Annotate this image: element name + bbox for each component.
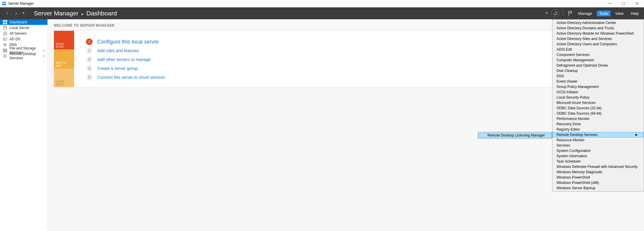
svg-rect-12 (5, 32, 7, 35)
history-dropdown[interactable] (21, 12, 25, 14)
tile-learn-more[interactable]: LEARN MORE (54, 68, 74, 87)
tools-menu-item[interactable]: iSCSI Initiator (552, 89, 644, 95)
menu-view[interactable]: View (613, 11, 626, 16)
tools-menu-item[interactable]: Disk Cleanup (552, 68, 644, 73)
chevron-right-icon: ▷ (43, 49, 46, 52)
tools-menu-item[interactable]: Defragment and Optimize Drives (552, 63, 644, 68)
link-add-servers[interactable]: Add other servers to manage (97, 57, 151, 62)
svg-rect-1 (2, 4, 6, 5)
app-icon (2, 1, 7, 6)
link-cloud-services[interactable]: Connect this server to cloud services (97, 75, 165, 80)
command-bar: Server Manager ▸ Dashboard Manage Tools … (0, 7, 644, 19)
tools-menu-item[interactable]: Windows Memory Diagnostic (552, 169, 644, 175)
dashboard-icon (3, 20, 7, 24)
svg-rect-6 (3, 23, 5, 24)
submenu-item-rd-licensing-manager[interactable]: Remote Desktop Licensing Manager (478, 133, 552, 138)
step-number: 1 (86, 38, 93, 45)
link-server-group[interactable]: Create a server group (97, 66, 138, 71)
tools-menu-item[interactable]: Performance Monitor (552, 116, 644, 121)
notifications-flag-icon[interactable] (567, 10, 573, 17)
forward-button[interactable] (12, 9, 20, 17)
tools-menu-item[interactable]: System Information (552, 153, 644, 159)
titlebar: Server Manager (0, 0, 644, 7)
breadcrumb-root[interactable]: Server Manager (34, 10, 79, 17)
tools-menu-item[interactable]: Registry Editor (552, 127, 644, 132)
tools-menu-item[interactable]: Windows PowerShell (x86) (552, 180, 644, 185)
sidebar: Dashboard Local Server All Servers AD DS… (0, 19, 48, 231)
breadcrumb-current: Dashboard (87, 10, 117, 17)
back-button[interactable] (3, 9, 11, 17)
tools-menu-item[interactable]: Active Directory Users and Computers (552, 41, 644, 47)
svg-rect-11 (3, 32, 5, 35)
tools-menu-item[interactable]: ADSI Edit (552, 47, 644, 52)
tools-menu-item[interactable]: Active Directory Administrative Center (552, 20, 644, 25)
svg-rect-10 (4, 27, 6, 28)
step-number: 2 (86, 47, 93, 54)
sidebar-item-label: AD DS (9, 37, 20, 41)
svg-rect-18 (3, 50, 7, 51)
svg-rect-3 (622, 2, 625, 5)
svg-rect-7 (5, 23, 7, 24)
menu-manage[interactable]: Manage (576, 11, 594, 16)
sidebar-item-dashboard[interactable]: Dashboard (0, 19, 47, 25)
svg-rect-8 (4, 26, 7, 30)
tools-menu-item[interactable]: Resource Monitor (552, 137, 644, 143)
tools-menu-item[interactable]: Microsoft Azure Services (552, 100, 644, 105)
refresh-button[interactable] (551, 9, 559, 17)
step-number: 3 (86, 56, 93, 63)
tools-menu-item[interactable]: Windows Defender Firewall with Advanced … (552, 164, 644, 169)
svg-rect-19 (3, 51, 7, 52)
tools-menu-item[interactable]: Remote Desktop Services▶ (552, 132, 644, 137)
task-dropdown[interactable] (545, 12, 549, 14)
sidebar-item-remote-desktop[interactable]: Remote Desktop Services ▷ (0, 53, 47, 59)
welcome-card: QUICK START WHAT'S NEW LEARN MORE 1 Conf… (54, 31, 638, 87)
servers-icon (3, 31, 7, 36)
tools-menu-item[interactable]: Recovery Drive (552, 121, 644, 127)
step-number: 4 (86, 65, 93, 72)
tools-menu-item[interactable]: System Configuration (552, 148, 644, 153)
sidebar-item-local-server[interactable]: Local Server (0, 25, 47, 31)
tile-whats-new[interactable]: WHAT'S NEW (54, 49, 74, 68)
tools-menu-item[interactable]: Task Scheduler (552, 159, 644, 164)
tools-menu-item[interactable]: Event Viewer (552, 79, 644, 84)
tools-menu-item[interactable]: Active Directory Sites and Services (552, 36, 644, 41)
minimize-button[interactable] (603, 0, 617, 7)
svg-rect-14 (4, 38, 5, 39)
dns-icon (3, 43, 7, 47)
sidebar-item-label: Local Server (9, 26, 29, 30)
divider (563, 10, 563, 16)
maximize-button[interactable] (617, 0, 630, 7)
tools-menu-item[interactable]: Windows Server Backup (552, 185, 644, 191)
tools-menu-item[interactable]: Group Policy Management (552, 84, 644, 89)
tile-quick-start[interactable]: QUICK START (54, 31, 74, 49)
chevron-right-icon: ▷ (43, 54, 46, 57)
tools-menu-item[interactable]: Active Directory Module for Windows Powe… (552, 31, 644, 36)
storage-icon (3, 48, 7, 52)
close-button[interactable] (630, 0, 644, 7)
adds-icon (3, 37, 7, 41)
step-number: 5 (86, 74, 93, 81)
tools-menu-item[interactable]: Active Directory Domains and Trusts (552, 25, 644, 31)
sidebar-item-label: Remote Desktop Services (9, 52, 41, 60)
tools-menu-item[interactable]: ODBC Data Sources (64-bit) (552, 111, 644, 116)
sidebar-item-all-servers[interactable]: All Servers (0, 31, 47, 36)
window-title: Server Manager (8, 1, 34, 6)
sidebar-item-label: Dashboard (9, 20, 27, 24)
svg-rect-5 (5, 20, 7, 22)
tools-menu-item[interactable]: Local Security Policy (552, 95, 644, 100)
tools-menu-item[interactable]: DNS (552, 73, 644, 79)
tools-menu-item[interactable]: Computer Management (552, 57, 644, 63)
sidebar-item-label: All Servers (9, 31, 27, 36)
tools-menu-item[interactable]: ODBC Data Sources (32-bit) (552, 105, 644, 111)
tools-menu-item[interactable]: Windows PowerShell (552, 175, 644, 180)
menu-tools[interactable]: Tools (597, 11, 610, 16)
svg-rect-15 (4, 39, 5, 39)
tools-menu-item[interactable]: Component Services (552, 52, 644, 57)
menu-help[interactable]: Help (628, 11, 641, 16)
tools-menu-item[interactable]: Services (552, 143, 644, 148)
sidebar-item-ad-ds[interactable]: AD DS (0, 36, 47, 42)
main-panel: WELCOME TO SERVER MANAGER QUICK START WH… (48, 19, 644, 231)
chevron-right-icon: ▶ (635, 132, 638, 137)
link-configure-local-server[interactable]: Configure this local server (97, 39, 159, 45)
link-add-roles[interactable]: Add roles and features (97, 48, 139, 53)
